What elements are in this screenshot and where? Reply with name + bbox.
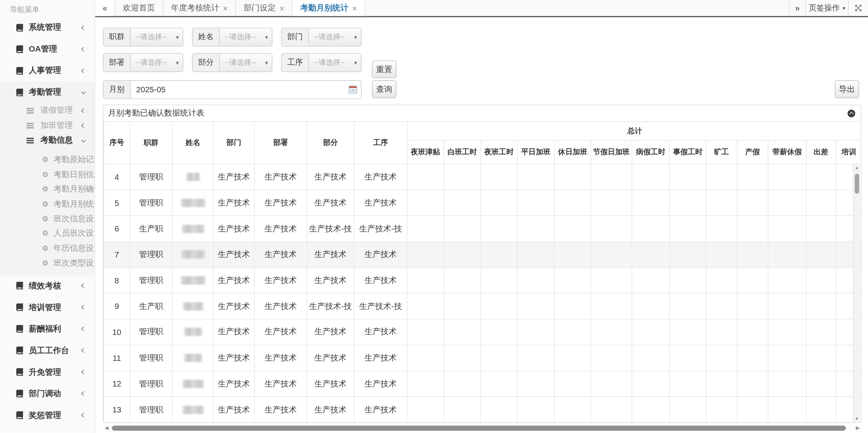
sidebar-item[interactable]: ⚙ 薪酬福利: [0, 318, 95, 340]
table-row[interactable]: 6 生产职 生产技术 生产技术 生产技术-技 生产技术-技: [104, 216, 861, 242]
cell-stat: [632, 216, 670, 242]
scroll-down-icon[interactable]: ▼: [854, 416, 860, 421]
filter-select[interactable]: --请选择-- ▾: [131, 28, 183, 46]
scroll-right-icon[interactable]: ▶: [856, 425, 860, 431]
scroll-left-icon[interactable]: ◀: [105, 425, 109, 431]
chevron-icon: [81, 108, 86, 113]
table-row[interactable]: 11 管理职 生产技术 生产技术 生产技术 生产技术: [104, 345, 861, 371]
stat-column-header[interactable]: 夜班工时: [481, 140, 517, 164]
table-row[interactable]: 12 管理职 生产技术 生产技术 生产技术 生产技术: [104, 371, 861, 397]
sidebar-item[interactable]: ⚙ 考勤月别确认: [0, 182, 95, 197]
stat-column-header[interactable]: 旷工: [706, 140, 737, 164]
stat-column-header[interactable]: 休日加班: [554, 140, 591, 164]
tab[interactable]: 部门设定 ×: [236, 0, 293, 16]
group-header-total: 总计: [407, 121, 861, 140]
column-header[interactable]: 部门: [213, 121, 254, 164]
table-row[interactable]: 9 生产职 生产技术 生产技术 生产技术-技 生产技术-技: [104, 293, 861, 319]
table-row[interactable]: 8 管理职 生产技术 生产技术 生产技术 生产技术: [104, 267, 861, 293]
cell-stat: [806, 319, 836, 345]
sidebar-item[interactable]: ⚙ 考勤原始记录: [0, 148, 95, 167]
cell-stat: [632, 293, 670, 319]
sidebar-item[interactable]: ⚙ 班次信息设置: [0, 211, 95, 226]
sidebar-item[interactable]: ⚙ 考勤月别统计: [0, 197, 95, 211]
sidebar-item[interactable]: ⚙ OA管理: [0, 38, 95, 60]
sidebar-item[interactable]: ⚙ 考勤管理: [0, 81, 95, 103]
horizontal-scrollbar-thumb[interactable]: [112, 426, 846, 431]
stat-column-header[interactable]: 出差: [806, 140, 836, 164]
tab[interactable]: 年度考核统计 ×: [163, 0, 236, 16]
sidebar-item[interactable]: ⚙ 考勤日别信息: [0, 167, 95, 182]
sidebar-item-label: 奖惩管理: [29, 410, 61, 420]
table-row[interactable]: 10 管理职 生产技术 生产技术 生产技术 生产技术: [104, 319, 861, 345]
cell-stat: [737, 319, 768, 345]
stat-column-header[interactable]: 白班工时: [443, 140, 481, 164]
month-label: 月别: [104, 81, 131, 98]
sidebar-item[interactable]: ⚙ 请假管理: [0, 103, 95, 118]
sidebar-item[interactable]: ⚙ 绩效考核: [0, 275, 95, 297]
sidebar-item[interactable]: ⚙ 奖惩管理: [0, 404, 95, 426]
sidebar-item[interactable]: ⚙ 升免管理: [0, 361, 95, 383]
column-header[interactable]: 部署: [254, 121, 307, 164]
column-header[interactable]: 姓名: [173, 121, 214, 164]
filter-select[interactable]: --请选择-- ▾: [220, 28, 272, 46]
sidebar-item[interactable]: ⚙ 部门调动: [0, 383, 95, 404]
table-header-row-1: 序号 职群 姓名 部门 部署 部分 工序 总计: [104, 121, 861, 140]
export-button[interactable]: 导出: [835, 80, 859, 98]
calendar-icon[interactable]: [349, 86, 357, 93]
collapse-up-icon[interactable]: [847, 109, 855, 117]
sidebar-item[interactable]: ⚙ 系统管理: [0, 17, 95, 38]
tab[interactable]: 欢迎首页 ×: [115, 0, 163, 16]
reset-button[interactable]: 重置: [372, 60, 397, 78]
cell-process: 生产技术: [354, 397, 407, 423]
scroll-tabs-right-button[interactable]: »: [789, 0, 806, 16]
table-row[interactable]: 7 管理职 生产技术 生产技术 生产技术 生产技术: [104, 242, 861, 267]
filter-select[interactable]: --请选择-- ▾: [131, 54, 183, 72]
stat-column-header[interactable]: 病假工时: [632, 140, 670, 164]
close-icon[interactable]: ×: [352, 4, 357, 12]
sidebar-item[interactable]: ⚙ 人员班次设置: [0, 226, 95, 241]
cell-stat: [670, 190, 706, 216]
scroll-tabs-left-button[interactable]: «: [95, 0, 115, 16]
stat-column-header[interactable]: 夜班津贴: [407, 140, 443, 164]
sidebar-item[interactable]: ⚙ 年历信息设置: [0, 241, 95, 255]
vertical-scrollbar-thumb[interactable]: [855, 174, 859, 193]
vertical-scrollbar[interactable]: ▲ ▼: [853, 164, 860, 422]
filter-select[interactable]: --请选择-- ▾: [309, 54, 361, 72]
column-header[interactable]: 部分: [307, 121, 354, 164]
cell-stat: [632, 345, 670, 371]
cell-seq: 11: [104, 345, 130, 371]
cell-stat: [706, 242, 737, 267]
sidebar-item[interactable]: ⚙ 考勤信息: [0, 133, 95, 148]
stat-column-header[interactable]: 节假日加班: [591, 140, 632, 164]
column-header[interactable]: 序号: [104, 121, 130, 164]
stat-column-header[interactable]: 平日加班: [517, 140, 554, 164]
close-icon[interactable]: ×: [223, 4, 228, 12]
table-row[interactable]: 5 管理职 生产技术 生产技术 生产技术 生产技术: [104, 190, 861, 216]
stat-column-header[interactable]: 产假: [737, 140, 768, 164]
sidebar-item[interactable]: ⚙ 培训管理: [0, 297, 95, 318]
horizontal-scrollbar[interactable]: ◀ ▶: [103, 424, 861, 432]
table-row[interactable]: 4 管理职 生产技术 生产技术 生产技术 生产技术: [104, 164, 861, 190]
sidebar-item[interactable]: ⚙ 加班管理: [0, 118, 95, 133]
column-header[interactable]: 工序: [354, 121, 407, 164]
filter-select[interactable]: --请选择-- ▾: [309, 28, 361, 46]
gears-icon: ⚙: [42, 215, 49, 223]
close-icon[interactable]: ×: [280, 4, 284, 12]
stat-column-header[interactable]: 事假工时: [670, 140, 706, 164]
sidebar-item[interactable]: ⚙ 员工工作台: [0, 340, 95, 361]
tab-label: 年度考核统计: [171, 3, 219, 13]
sidebar-item-label: OA管理: [29, 44, 57, 54]
tab[interactable]: 考勤月别统计 ×: [292, 0, 365, 16]
sidebar-item[interactable]: ⚙ 班次类型设置: [0, 255, 95, 275]
table-row[interactable]: 13 管理职 生产技术 生产技术 生产技术 生产技术: [104, 397, 861, 423]
column-header[interactable]: 职群: [130, 121, 173, 164]
search-button[interactable]: 查询: [372, 80, 397, 98]
scroll-up-icon[interactable]: ▲: [854, 165, 860, 170]
stat-column-header[interactable]: 带薪休假: [768, 140, 806, 164]
month-input[interactable]: 2025-05: [131, 81, 361, 98]
filter-select[interactable]: --请选择-- ▾: [220, 54, 272, 72]
fullscreen-button[interactable]: [848, 0, 868, 16]
tab-operations-button[interactable]: 页签操作 ▾: [806, 0, 848, 16]
stat-column-header[interactable]: 培训: [835, 140, 861, 164]
sidebar-item[interactable]: ⚙ 人事管理: [0, 60, 95, 81]
